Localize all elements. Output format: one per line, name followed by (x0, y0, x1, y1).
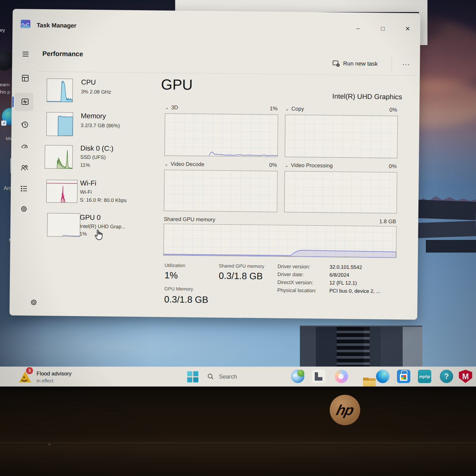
detail-row: Physical location: PCI bus 0, device 2, … (277, 288, 411, 294)
detail-row: Driver version: 32.0.101.5542 (277, 264, 411, 271)
taskbar-icon-edge[interactable] (376, 369, 390, 383)
hp-logo-text: hp (334, 401, 355, 419)
page-title: Performance (42, 50, 83, 58)
sidebar-item-app-history[interactable] (18, 118, 31, 131)
shared-memory-stat-value: 0.3/1.8 GB (219, 271, 263, 281)
hp-logo: hp (330, 395, 360, 425)
memory-mini-chart[interactable] (46, 112, 73, 136)
chevron-down-icon[interactable]: ⌄ (165, 106, 169, 109)
metric-name-gpu[interactable]: GPU 0 (80, 213, 101, 222)
engine-value-copy: 0% (389, 107, 397, 113)
disk-mini-chart[interactable] (45, 145, 73, 169)
metric-detail-memory: 3.2/3.7 GB (86%) (81, 122, 120, 129)
microsoft-store-icon (397, 370, 410, 383)
windows-logo-icon (187, 371, 198, 382)
chevron-down-icon[interactable]: ⌄ (164, 162, 169, 166)
laptop-bezel: hp (0, 387, 476, 476)
header-rule (38, 71, 416, 76)
run-new-task-button[interactable]: Run new task (330, 56, 380, 71)
taskbar-icon-globe-airplane[interactable]: ✈ (291, 369, 305, 383)
gpu-adapter-name: Intel(R) UHD Graphics (256, 91, 402, 101)
sidebar-item-services[interactable] (17, 202, 30, 215)
myhp-icon: myhp (418, 370, 431, 383)
settings-gear-button[interactable] (28, 297, 39, 308)
sidebar-item-performance[interactable] (19, 95, 31, 108)
mouse-cursor-hand (93, 229, 104, 243)
maximize-button[interactable]: □ (376, 23, 389, 34)
run-new-task-label: Run new task (343, 60, 378, 67)
shortcut-arrow-icon: ➚ (1, 121, 6, 126)
gpu-video-processing-chart (284, 171, 397, 214)
metric-detail2-wifi: S: 16.0 R: 80.0 Kbps (80, 197, 127, 203)
taskbar-icon-copilot[interactable] (335, 369, 349, 383)
gpu-detail-table: Driver version: 32.0.101.5542 Driver dat… (277, 264, 411, 297)
close-button[interactable]: ✕ (401, 23, 414, 35)
metric-detail-gpu: Intel(R) UHD Grap... (80, 223, 126, 230)
metric-name-memory[interactable]: Memory (81, 112, 106, 120)
sidebar-item-processes[interactable] (19, 72, 32, 84)
sidebar-item-users[interactable] (18, 161, 31, 174)
engine-label-video-decode: Video Decode (170, 161, 204, 168)
metric-name-cpu[interactable]: CPU (81, 78, 96, 86)
shared-memory-stat-label: Shared GPU memory (219, 263, 264, 269)
gpu-memory-value: 0.3/1.8 GB (164, 294, 208, 305)
gpu-copy-chart (285, 115, 398, 158)
search-box[interactable]: Search (207, 370, 261, 383)
run-new-task-icon (332, 60, 340, 67)
more-options-button[interactable]: ... (397, 56, 415, 70)
detail-value: 32.0.101.5542 (329, 264, 362, 270)
engine-value-3d: 1% (270, 106, 278, 112)
minimize-button[interactable]: – (351, 23, 365, 34)
cpu-mini-chart[interactable] (47, 78, 73, 102)
detail-label: DirectX version: (277, 280, 329, 286)
weather-widget[interactable]: 3 Flood advisory In effect (18, 369, 91, 385)
taskbar-icon-file-explorer[interactable] (356, 369, 370, 383)
detail-row: DirectX version: 12 (FL 12.1) (277, 280, 411, 287)
sidebar-menu-button[interactable] (19, 48, 32, 60)
wallpaper-mist (0, 314, 298, 368)
detail-label: Physical location: (277, 288, 329, 294)
taskbar-icon-l-app[interactable] (312, 369, 326, 383)
metric-name-disk[interactable]: Disk 0 (C:) (80, 144, 113, 153)
desktop-partial-text: his p (0, 89, 10, 95)
detail-value: 12 (FL 12.1) (329, 280, 357, 286)
weather-subtitle: In effect (36, 378, 53, 383)
copilot-icon (335, 370, 348, 383)
engine-value-video-decode: 0% (269, 162, 277, 168)
metric-detail-disk: SSD (UFS) (80, 154, 106, 160)
metric-name-wifi[interactable]: Wi-Fi (80, 179, 96, 188)
wifi-mini-chart[interactable] (46, 180, 78, 203)
engine-label-video-processing: Video Processing (291, 162, 333, 169)
chevron-down-icon[interactable]: ⌄ (285, 164, 289, 167)
shared-gpu-memory-chart (163, 224, 397, 258)
search-placeholder: Search (219, 374, 237, 380)
gpu-3d-chart (164, 113, 278, 157)
globe-airplane-icon: ✈ (291, 370, 304, 383)
desktop-partial-text: earn (0, 82, 10, 87)
header-divider (392, 57, 392, 71)
window-title: Task Manager (36, 22, 76, 29)
taskbar-icon-mcafee[interactable]: M (459, 369, 473, 383)
detail-label: Driver date: (277, 272, 329, 278)
wallpaper-stone-tower (300, 326, 422, 368)
taskbar: 3 Flood advisory In effect Search ✈ (0, 367, 476, 387)
l-app-icon (312, 370, 325, 383)
chevron-down-icon[interactable]: ⌄ (285, 107, 289, 110)
bezel-reflection-speck (48, 444, 50, 445)
taskbar-icon-get-help[interactable]: ? (440, 369, 454, 383)
taskbar-icon-myhp[interactable]: myhp (418, 369, 432, 383)
gpu-mini-chart[interactable] (47, 213, 80, 237)
task-manager-app-icon (21, 20, 30, 28)
weather-title: Flood advisory (36, 371, 72, 377)
wallpaper-pier-block (426, 240, 476, 253)
detail-row: Driver date: 6/8/2024 (277, 272, 411, 279)
shared-memory-label: Shared GPU memory (164, 216, 215, 223)
question-mark-icon: ? (440, 370, 453, 383)
sidebar-item-startup-apps[interactable] (18, 140, 31, 152)
taskbar-icon-microsoft-store[interactable] (397, 369, 411, 383)
laptop-hinge-line (0, 442, 476, 443)
sidebar-item-details[interactable] (18, 182, 30, 195)
start-button[interactable] (187, 371, 199, 383)
sidebar-selected-indicator (12, 96, 14, 107)
laptop-photo: ey earn his p ➚ Micr Ec Any ➚ Micr Ec Ta… (0, 0, 476, 476)
